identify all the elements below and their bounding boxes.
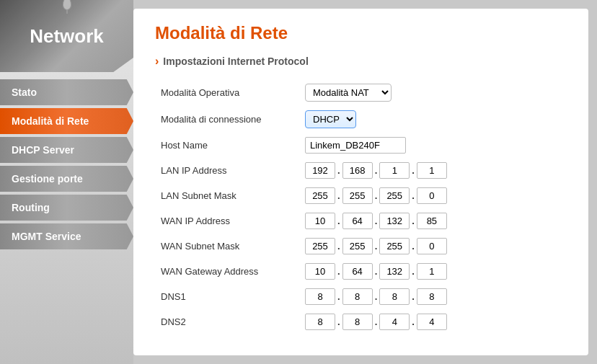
sidebar-item-stato[interactable]: Stato	[0, 79, 133, 105]
dns1-2[interactable]	[342, 288, 373, 305]
dns2-2[interactable]	[342, 314, 373, 330]
label-lan-ip: LAN IP Address	[155, 158, 299, 183]
sidebar: Network Stato Modalità di Rete DHCP Serv…	[0, 0, 133, 364]
dot-20: .	[374, 316, 379, 327]
row-wan-ip: WAN IP Address . . .	[155, 208, 567, 234]
select-modalita-operativa[interactable]: Modalità NAT	[305, 84, 392, 102]
dns2-3[interactable]	[379, 314, 410, 330]
wan-subnet-3[interactable]	[379, 238, 410, 254]
wan-gateway-4[interactable]	[417, 263, 447, 280]
logo-text: Network	[30, 26, 104, 47]
input-host-name[interactable]	[305, 137, 406, 154]
dot-15: .	[411, 266, 415, 277]
row-modalita-connessione: Modalità di connessione DHCP	[155, 106, 567, 133]
dns1-3[interactable]	[379, 288, 410, 305]
dot-3: .	[411, 165, 415, 176]
wan-ip-4[interactable]	[417, 213, 447, 229]
form-table: Modalità Operativa Modalità NAT Modalità…	[155, 79, 567, 334]
section-bullet: ›	[155, 55, 159, 68]
row-host-name: Host Name	[155, 133, 567, 158]
row-dns2: DNS2 . . .	[155, 309, 567, 334]
row-wan-gateway: WAN Gateway Address . . .	[155, 259, 567, 284]
dot-4: .	[337, 190, 341, 201]
wan-gateway-3[interactable]	[379, 263, 410, 280]
dot-19: .	[337, 316, 341, 327]
dot-14: .	[374, 266, 379, 277]
row-dns1: DNS1 . . .	[155, 284, 567, 309]
wan-ip-1[interactable]	[305, 213, 335, 229]
select-modalita-connessione[interactable]: DHCP	[305, 110, 356, 128]
dot-16: .	[337, 291, 341, 302]
label-modalita-operativa: Modalità Operativa	[155, 79, 299, 106]
dns1-group: . . .	[305, 288, 561, 305]
label-wan-gateway: WAN Gateway Address	[155, 259, 299, 284]
lan-ip-3[interactable]	[379, 162, 410, 179]
dns2-4[interactable]	[417, 314, 447, 330]
lan-subnet-4[interactable]	[417, 187, 447, 204]
dot-1: .	[337, 165, 341, 176]
main-content: Modalità di Rete › Impostazioni Internet…	[133, 9, 588, 355]
sidebar-item-gestione-porte[interactable]: Gestione porte	[0, 166, 133, 192]
dot-13: .	[337, 266, 341, 277]
dot-9: .	[411, 216, 415, 226]
label-wan-ip: WAN IP Address	[155, 208, 299, 234]
dot-12: .	[411, 241, 415, 252]
dns2-group: . . .	[305, 314, 561, 330]
wan-subnet-1[interactable]	[305, 238, 335, 254]
nav-menu: Stato Modalità di Rete DHCP Server Gesti…	[0, 79, 133, 252]
label-lan-subnet: LAN Subnet Mask	[155, 183, 299, 208]
wan-gateway-2[interactable]	[342, 263, 373, 280]
dot-5: .	[374, 190, 379, 201]
wan-subnet-2[interactable]	[342, 238, 373, 254]
lan-subnet-group: . . .	[305, 187, 561, 204]
section-header-text: Impostazioni Internet Protocol	[163, 56, 308, 67]
lan-subnet-1[interactable]	[305, 187, 335, 204]
dot-18: .	[411, 291, 415, 302]
sidebar-item-dhcp-server[interactable]: DHCP Server	[0, 137, 133, 163]
sidebar-item-modalita-di-rete[interactable]: Modalità di Rete	[0, 108, 133, 134]
section-header: › Impostazioni Internet Protocol	[155, 55, 567, 68]
lan-ip-group: . . .	[305, 162, 561, 179]
label-dns1: DNS1	[155, 284, 299, 309]
dot-2: .	[374, 165, 379, 176]
dot-17: .	[374, 291, 379, 302]
dns1-1[interactable]	[305, 288, 335, 305]
dot-6: .	[411, 190, 415, 201]
sidebar-item-routing[interactable]: Routing	[0, 195, 133, 221]
dot-21: .	[411, 316, 415, 327]
lan-ip-4[interactable]	[417, 162, 447, 179]
page-title: Modalità di Rete	[155, 23, 567, 43]
dot-7: .	[337, 216, 341, 226]
lan-ip-1[interactable]	[305, 162, 335, 179]
dns2-1[interactable]	[305, 314, 335, 330]
wan-ip-2[interactable]	[342, 213, 373, 229]
dns1-4[interactable]	[417, 288, 447, 305]
label-dns2: DNS2	[155, 309, 299, 334]
logo-pin	[63, 0, 71, 10]
label-wan-subnet: WAN Subnet Mask	[155, 234, 299, 259]
wan-gateway-1[interactable]	[305, 263, 335, 280]
row-lan-subnet: LAN Subnet Mask . . .	[155, 183, 567, 208]
dot-11: .	[374, 241, 379, 252]
logo-area: Network	[0, 0, 133, 72]
lan-subnet-2[interactable]	[342, 187, 373, 204]
dot-8: .	[374, 216, 379, 226]
dot-10: .	[337, 241, 341, 252]
wan-subnet-4[interactable]	[417, 238, 447, 254]
lan-subnet-3[interactable]	[379, 187, 410, 204]
wan-ip-3[interactable]	[379, 213, 410, 229]
row-wan-subnet: WAN Subnet Mask . . .	[155, 234, 567, 259]
row-lan-ip: LAN IP Address . . .	[155, 158, 567, 183]
wan-ip-group: . . .	[305, 213, 561, 229]
row-modalita-operativa: Modalità Operativa Modalità NAT	[155, 79, 567, 106]
wan-gateway-group: . . .	[305, 263, 561, 280]
wan-subnet-group: . . .	[305, 238, 561, 254]
button-row: Cancella Applica	[155, 352, 567, 355]
label-modalita-connessione: Modalità di connessione	[155, 106, 299, 133]
sidebar-item-mgmt-service[interactable]: MGMT Service	[0, 223, 133, 249]
label-host-name: Host Name	[155, 133, 299, 158]
lan-ip-2[interactable]	[342, 162, 373, 179]
